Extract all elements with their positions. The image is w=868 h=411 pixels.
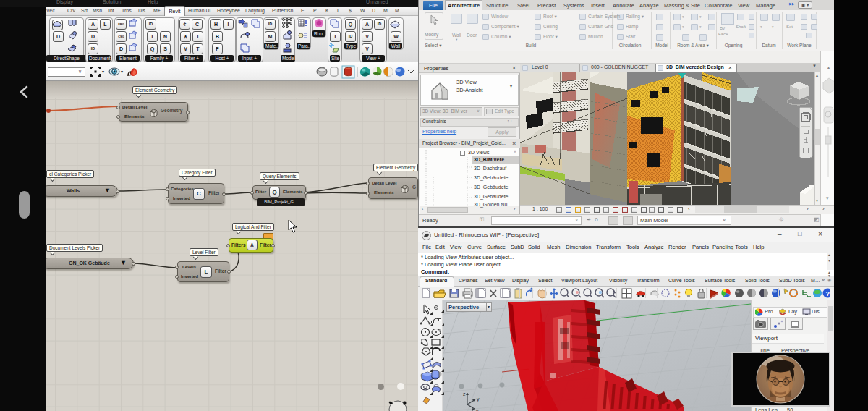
svg-text:▾: ▾ (826, 195, 829, 200)
svg-text:z: z (463, 391, 466, 397)
svg-text:?: ? (826, 290, 830, 297)
svg-text:y: y (477, 397, 480, 402)
